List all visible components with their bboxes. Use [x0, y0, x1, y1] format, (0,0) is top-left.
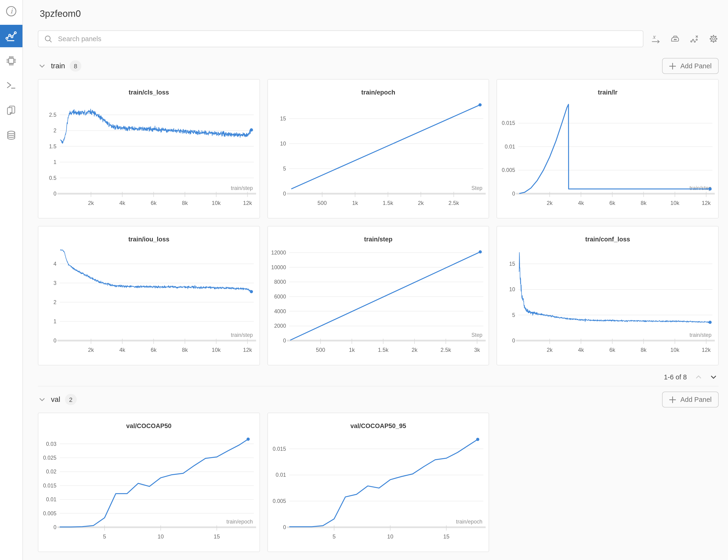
svg-text:4000: 4000 — [274, 308, 286, 314]
panel-train/cls_loss[interactable]: train/cls_loss00.511.522.52k4k6k8k10k12k… — [38, 79, 260, 218]
chevron-up-icon[interactable] — [694, 373, 703, 381]
svg-text:2.5: 2.5 — [49, 112, 57, 118]
svg-text:2k: 2k — [88, 347, 94, 353]
svg-text:6000: 6000 — [274, 294, 286, 300]
section-val: val 2 Add Panel val/COCOAP5000.0050.010.… — [38, 386, 719, 552]
line-chart[interactable]: 00.511.522.52k4k6k8k10k12ktrain/step — [38, 97, 259, 214]
line-chart[interactable]: 0510152k4k6k8k10k12ktrain/step — [497, 244, 718, 361]
panel-train/iou_loss[interactable]: train/iou_loss012342k4k6k8k10k12ktrain/s… — [38, 226, 260, 365]
svg-text:0.005: 0.005 — [502, 167, 515, 173]
svg-text:12k: 12k — [702, 200, 711, 206]
section-train-label: train — [51, 62, 65, 70]
sidebar-item-overview[interactable]: i — [0, 0, 22, 22]
sidebar-item-system[interactable] — [0, 50, 22, 72]
svg-text:2000: 2000 — [274, 323, 286, 329]
svg-text:1.5: 1.5 — [49, 143, 57, 149]
svg-text:4k: 4k — [119, 200, 125, 206]
line-chart[interactable]: 0200040006000800010000120005001k1.5k2k2.… — [268, 244, 488, 361]
page-title: 3pzfeom0 — [40, 8, 719, 19]
svg-text:2k: 2k — [547, 200, 553, 206]
svg-text:15: 15 — [443, 533, 449, 540]
sidebar-item-files[interactable] — [0, 99, 22, 122]
svg-text:0.015: 0.015 — [43, 483, 56, 489]
section-train-header[interactable]: train 8 Add Panel — [38, 58, 719, 74]
svg-text:5: 5 — [512, 312, 515, 318]
svg-text:0: 0 — [54, 524, 57, 530]
panel-val/COCOAP50[interactable]: val/COCOAP5000.0050.010.0150.020.0250.03… — [38, 413, 260, 552]
svg-text:0: 0 — [512, 191, 515, 197]
svg-text:15: 15 — [280, 116, 286, 122]
smoothing-iron-icon[interactable] — [670, 34, 680, 44]
sidebar-item-logs[interactable] — [0, 74, 22, 97]
add-panel-button[interactable]: Add Panel — [662, 58, 719, 74]
panel-train/step[interactable]: train/step020004000600080001000012000500… — [267, 226, 489, 365]
section-val-label: val — [51, 395, 60, 404]
x-axis-label: train/step — [690, 185, 712, 191]
plus-icon — [669, 396, 676, 403]
chevron-down-icon[interactable] — [38, 62, 46, 70]
svg-text:0.03: 0.03 — [46, 441, 56, 447]
settings-gear-icon[interactable] — [708, 34, 719, 44]
svg-text:2k: 2k — [88, 200, 94, 206]
svg-text:0: 0 — [54, 338, 57, 344]
x-axis-label: train/epoch — [227, 519, 253, 525]
svg-text:0.015: 0.015 — [273, 446, 286, 452]
svg-text:12k: 12k — [243, 347, 252, 353]
svg-text:5: 5 — [283, 166, 286, 172]
panel-train/epoch[interactable]: train/epoch0510155001k1.5k2k2.5kStep — [267, 79, 489, 218]
svg-text:3k: 3k — [474, 347, 480, 353]
add-panel-label: Add Panel — [680, 396, 712, 403]
sidebar: i — [0, 0, 23, 560]
svg-text:1k: 1k — [352, 200, 358, 206]
search-panels-input[interactable] — [57, 35, 637, 43]
panel-train/lr[interactable]: train/lr00.0050.010.0152k4k6k8k10k12ktra… — [497, 79, 719, 218]
svg-text:6k: 6k — [609, 347, 615, 353]
outliers-icon[interactable] — [689, 34, 699, 44]
search-icon — [44, 35, 52, 43]
svg-text:6k: 6k — [151, 347, 157, 353]
section-val-count-badge: 2 — [65, 394, 77, 405]
svg-text:2: 2 — [54, 127, 57, 134]
line-chart[interactable]: 00.0050.010.01551015train/epoch — [268, 431, 488, 548]
svg-text:10k: 10k — [670, 347, 679, 353]
svg-text:10k: 10k — [212, 347, 221, 353]
svg-text:8k: 8k — [641, 347, 647, 353]
svg-text:12k: 12k — [243, 200, 252, 206]
svg-text:0: 0 — [54, 191, 57, 197]
svg-text:0: 0 — [283, 338, 286, 344]
line-chart[interactable]: 0510155001k1.5k2k2.5kStep — [268, 97, 488, 214]
svg-text:10: 10 — [280, 141, 286, 147]
svg-text:10000: 10000 — [271, 264, 286, 270]
svg-text:0.025: 0.025 — [43, 455, 56, 461]
chevron-down-icon[interactable] — [709, 373, 718, 381]
line-chart[interactable]: 012342k4k6k8k10k12ktrain/step — [38, 244, 259, 361]
search-box[interactable] — [38, 30, 643, 47]
svg-text:10: 10 — [387, 533, 393, 540]
svg-text:5: 5 — [333, 533, 336, 540]
svg-text:0: 0 — [283, 524, 286, 530]
svg-text:6k: 6k — [609, 200, 615, 206]
sidebar-item-charts[interactable] — [0, 25, 22, 47]
svg-text:2k: 2k — [547, 347, 553, 353]
add-panel-button[interactable]: Add Panel — [662, 392, 719, 407]
svg-text:2: 2 — [54, 299, 57, 305]
svg-text:0.005: 0.005 — [273, 498, 286, 504]
panel-train/conf_loss[interactable]: train/conf_loss0510152k4k6k8k10k12ktrain… — [497, 226, 719, 365]
svg-text:0: 0 — [283, 191, 286, 197]
x-axis-icon[interactable]: x — [651, 34, 661, 44]
line-chart-icon — [5, 30, 17, 42]
line-chart[interactable]: 00.0050.010.0150.020.0250.0351015train/e… — [38, 431, 259, 548]
panel-title: val/COCOAP50 — [38, 413, 259, 429]
add-panel-label: Add Panel — [680, 62, 712, 70]
svg-text:12k: 12k — [702, 347, 711, 353]
panel-title: train/cls_loss — [38, 80, 259, 96]
panel-val/COCOAP50_95[interactable]: val/COCOAP50_9500.0050.010.01551015train… — [267, 413, 489, 552]
x-axis-label: Step — [471, 332, 482, 338]
section-val-header[interactable]: val 2 Add Panel — [38, 391, 719, 408]
sidebar-item-artifacts[interactable] — [0, 124, 22, 146]
chevron-down-icon[interactable] — [38, 395, 46, 404]
line-chart[interactable]: 00.0050.010.0152k4k6k8k10k12ktrain/step — [497, 97, 718, 214]
plus-icon — [669, 62, 676, 69]
panel-title: train/lr — [497, 80, 718, 96]
svg-text:12000: 12000 — [271, 250, 286, 256]
